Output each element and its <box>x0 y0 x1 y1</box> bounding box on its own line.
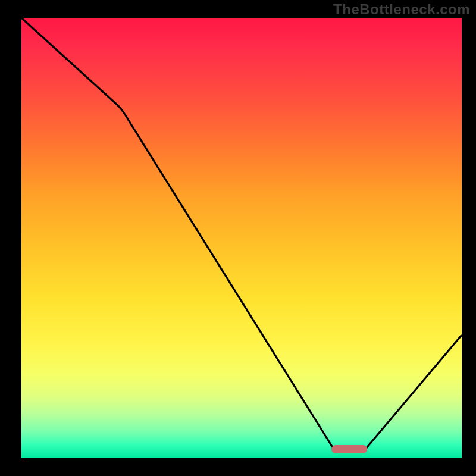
chart-frame: TheBottleneck.com <box>0 0 476 476</box>
bottleneck-curve <box>21 18 462 458</box>
optimal-marker <box>331 445 367 453</box>
curve-path <box>21 18 462 449</box>
watermark-text: TheBottleneck.com <box>333 1 470 18</box>
plot-area <box>21 18 462 458</box>
